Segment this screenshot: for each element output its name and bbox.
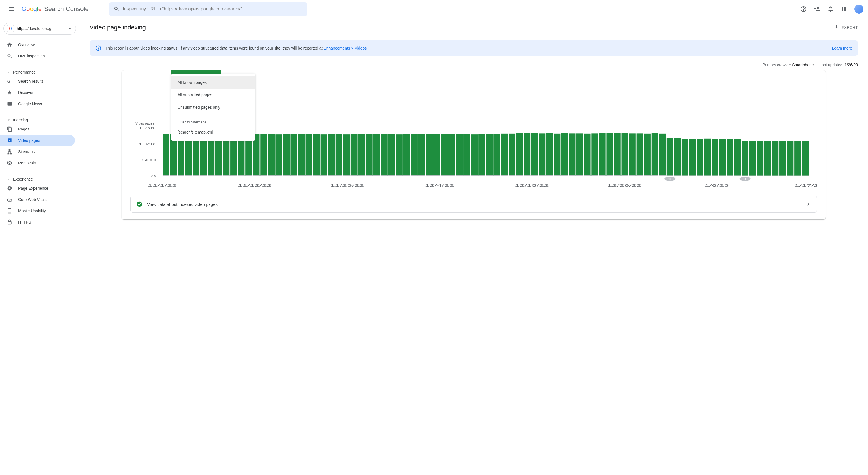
hamburger-menu-icon[interactable]: [4, 2, 18, 16]
svg-rect-58: [336, 134, 342, 176]
svg-text:600: 600: [141, 158, 156, 162]
dropdown-filter-header: Filter to Sitemaps: [172, 116, 255, 126]
nav-search-results[interactable]: GSearch results: [0, 76, 75, 87]
search-icon: [114, 6, 120, 12]
svg-rect-132: [614, 133, 621, 176]
export-button[interactable]: EXPORT: [834, 25, 858, 30]
google-logo-icon: Google: [22, 6, 42, 12]
svg-text:11/12/22: 11/12/22: [238, 184, 272, 187]
svg-rect-160: [719, 139, 726, 176]
svg-rect-102: [501, 134, 508, 176]
svg-rect-46: [290, 134, 297, 176]
product-logo[interactable]: Google Search Console: [22, 5, 89, 13]
news-icon: [7, 101, 12, 107]
svg-text:11/1/22: 11/1/22: [148, 184, 177, 187]
svg-rect-40: [268, 134, 275, 176]
page-title: Video page indexing: [90, 24, 146, 31]
svg-rect-80: [418, 134, 425, 176]
nav-core-web-vitals[interactable]: Core Web Vitals: [0, 194, 75, 205]
section-experience[interactable]: Experience: [0, 173, 79, 182]
svg-rect-54: [321, 134, 328, 176]
svg-rect-140: [644, 134, 651, 176]
svg-rect-82: [426, 134, 433, 176]
nav-sitemaps[interactable]: Sitemaps: [0, 146, 75, 158]
mobile-icon: [7, 208, 12, 214]
nav-removals[interactable]: Removals: [0, 158, 75, 169]
dropdown-all-known[interactable]: All known pages: [172, 76, 255, 89]
svg-rect-152: [689, 139, 696, 176]
product-name: Search Console: [44, 5, 89, 13]
property-url: https://developers.g...: [17, 26, 64, 31]
svg-rect-42: [275, 134, 282, 176]
svg-rect-116: [554, 134, 561, 176]
nav-google-news[interactable]: Google News: [0, 98, 75, 109]
svg-rect-126: [591, 133, 598, 176]
svg-rect-182: [802, 141, 809, 176]
learn-more-link[interactable]: Learn more: [832, 46, 852, 50]
section-indexing[interactable]: Indexing: [0, 114, 79, 124]
check-circle-icon: [136, 201, 143, 207]
property-selector[interactable]: https://developers.g...: [3, 23, 76, 35]
nav-page-experience[interactable]: Page Experience: [0, 182, 75, 194]
svg-rect-76: [403, 134, 410, 176]
info-banner: This report is about video indexing stat…: [90, 40, 858, 56]
svg-text:12/4/22: 12/4/22: [425, 184, 454, 187]
svg-rect-78: [411, 134, 417, 176]
dropdown-unsubmitted[interactable]: Unsubmitted pages only: [172, 101, 255, 113]
svg-rect-148: [674, 138, 681, 176]
apps-grid-icon[interactable]: [839, 3, 850, 15]
chevron-down-icon: [7, 177, 11, 181]
svg-rect-86: [441, 134, 447, 176]
svg-rect-52: [313, 134, 320, 176]
speed-icon: [7, 197, 12, 202]
google-g-icon: G: [7, 78, 12, 84]
svg-rect-114: [546, 133, 553, 176]
nav-pages[interactable]: Pages: [0, 124, 75, 135]
svg-rect-142: [652, 133, 658, 176]
dropdown-all-submitted[interactable]: All submitted pages: [172, 89, 255, 101]
svg-rect-158: [712, 139, 718, 176]
enhancements-link[interactable]: Enhancements > Videos: [323, 46, 367, 50]
svg-rect-146: [666, 138, 673, 176]
svg-rect-30: [230, 134, 237, 176]
svg-rect-12: [163, 134, 169, 176]
add-user-icon[interactable]: [811, 3, 823, 15]
svg-rect-38: [260, 134, 267, 176]
svg-rect-144: [659, 134, 666, 176]
url-inspect-search[interactable]: [109, 2, 307, 16]
notifications-icon[interactable]: [825, 3, 836, 15]
svg-rect-150: [682, 139, 688, 176]
svg-rect-48: [298, 134, 305, 176]
section-performance[interactable]: Performance: [0, 67, 79, 76]
download-icon: [834, 25, 839, 30]
svg-text:1: 1: [668, 177, 672, 180]
nav-url-inspection[interactable]: URL inspection: [0, 50, 75, 62]
chevron-right-icon: [805, 201, 811, 207]
svg-rect-72: [389, 134, 395, 176]
dropdown-sitemap[interactable]: /search/sitemap.xml: [172, 126, 255, 138]
content-area: Video page indexing EXPORT This report i…: [79, 18, 868, 475]
nav-overview[interactable]: Overview: [0, 39, 75, 50]
user-avatar[interactable]: [855, 4, 864, 13]
nav-discover[interactable]: Discover: [0, 87, 75, 98]
nav-https[interactable]: HTTPS: [0, 216, 75, 228]
svg-rect-180: [794, 141, 801, 176]
search-input[interactable]: [123, 6, 303, 11]
svg-text:Google: Google: [22, 6, 42, 12]
svg-rect-120: [569, 133, 576, 176]
app-header: Google Search Console: [0, 0, 868, 18]
svg-rect-118: [561, 133, 568, 176]
svg-rect-70: [381, 134, 388, 176]
nav-video-pages[interactable]: Video pages: [0, 135, 75, 146]
svg-rect-124: [584, 134, 591, 176]
svg-rect-166: [742, 141, 748, 176]
view-indexed-pages-link[interactable]: View data about indexed video pages: [130, 196, 817, 213]
nav-mobile-usability[interactable]: Mobile Usability: [0, 205, 75, 216]
svg-rect-170: [757, 141, 764, 176]
meta-row: Primary crawler: Smartphone Last updated…: [79, 59, 868, 70]
svg-text:11/23/22: 11/23/22: [330, 184, 364, 187]
svg-rect-110: [531, 133, 538, 176]
svg-rect-84: [433, 134, 440, 176]
svg-rect-88: [448, 134, 455, 176]
help-icon[interactable]: [798, 3, 809, 15]
